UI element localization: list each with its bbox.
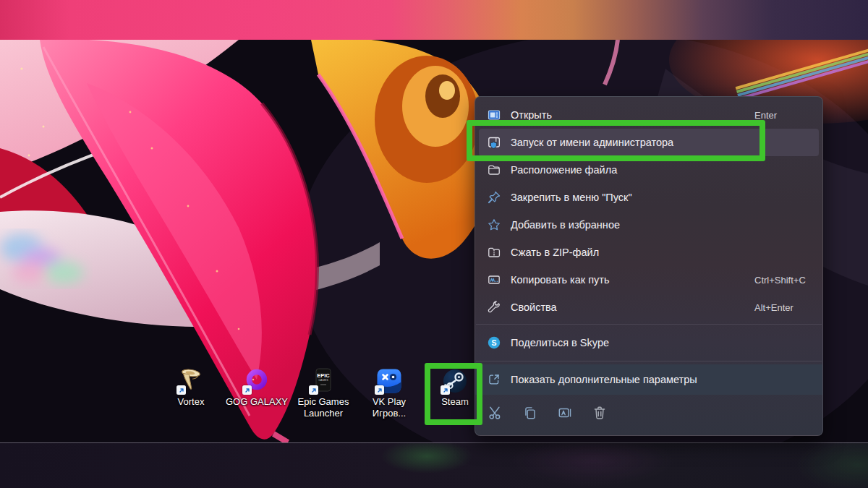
menu-item-shortcut: Alt+Enter [754, 302, 793, 313]
screenshot-stage: Vortex GOG GALAXY EPICGAMES Epic Games L… [0, 0, 868, 488]
menu-item-copy-as-path[interactable]: Копировать как путь Ctrl+Shift+C [479, 266, 819, 294]
menu-item-label: Поделиться в Skype [511, 337, 609, 348]
menu-separator [476, 324, 822, 325]
properties-wrench-icon [487, 300, 501, 314]
show-more-icon [487, 372, 501, 387]
letterbox-top-band [0, 0, 868, 40]
desktop-icon-epic-games[interactable]: EPICGAMES Epic Games Launcher [289, 368, 358, 419]
delete-icon [592, 405, 608, 424]
copy-icon [522, 405, 538, 424]
pin-icon [487, 190, 501, 205]
menu-item-share-skype[interactable]: S Поделиться в Skype [479, 328, 819, 358]
menu-separator [476, 361, 822, 361]
menu-item-label: Закрепить в меню "Пуск" [511, 192, 632, 203]
zip-folder-icon [487, 245, 501, 260]
svg-text:S: S [491, 338, 496, 347]
favorite-star-icon [487, 218, 501, 232]
annotation-box-steam [425, 363, 482, 425]
svg-text:GAMES: GAMES [318, 379, 328, 382]
menu-item-show-more-options[interactable]: Показать дополнительные параметры [475, 364, 822, 395]
copy-button[interactable] [516, 401, 545, 428]
menu-item-shortcut: Ctrl+Shift+C [754, 275, 806, 286]
desktop-icon-label: Epic Games [289, 396, 358, 408]
annotation-box-run-as-admin [467, 120, 765, 161]
letterbox-bottom-band [0, 442, 868, 488]
cut-button[interactable] [481, 401, 510, 428]
shortcut-arrow-icon [309, 385, 318, 395]
menu-action-toolbar [475, 395, 822, 435]
desktop-icon-label: Игров... [354, 408, 424, 419]
svg-text:EPIC: EPIC [317, 372, 330, 379]
shortcut-arrow-icon [375, 385, 384, 395]
menu-item-label: Свойства [511, 301, 557, 313]
menu-item-label: Показать дополнительные параметры [511, 374, 697, 385]
menu-item-add-to-favorites[interactable]: Добавить в избранное [479, 211, 819, 239]
menu-item-pin-to-start[interactable]: Закрепить в меню "Пуск" [479, 184, 819, 211]
cut-icon [488, 405, 503, 424]
menu-item-shortcut: Enter [754, 110, 777, 121]
rename-button[interactable] [550, 401, 579, 428]
desktop-icon-vk-play[interactable]: VK Play Игров... [354, 368, 424, 419]
file-location-icon [487, 163, 501, 177]
rename-icon [557, 405, 573, 424]
menu-item-label: Расположение файла [511, 164, 617, 176]
desktop-icon-label: GOG GALAXY [222, 396, 292, 408]
shortcut-arrow-icon [176, 385, 186, 395]
menu-item-label: Открыть [511, 109, 552, 121]
desktop-icon-gog-galaxy[interactable]: GOG GALAXY [222, 368, 292, 408]
skype-icon: S [487, 335, 501, 350]
desktop-icon-label: Vortex [156, 396, 226, 408]
desktop-icon-vortex[interactable]: Vortex [156, 368, 226, 408]
desktop-icon-label: Launcher [289, 408, 358, 419]
menu-item-compress-to-zip[interactable]: Сжать в ZIP-файл [479, 239, 819, 266]
menu-item-label: Сжать в ZIP-файл [511, 247, 599, 258]
copy-path-icon [487, 273, 501, 287]
menu-item-label: Копировать как путь [511, 274, 610, 286]
menu-item-properties[interactable]: Свойства Alt+Enter [479, 294, 819, 321]
delete-button[interactable] [585, 401, 614, 428]
shortcut-arrow-icon [242, 385, 252, 395]
desktop-icon-label: VK Play [354, 396, 424, 408]
menu-item-label: Добавить в избранное [511, 219, 620, 231]
